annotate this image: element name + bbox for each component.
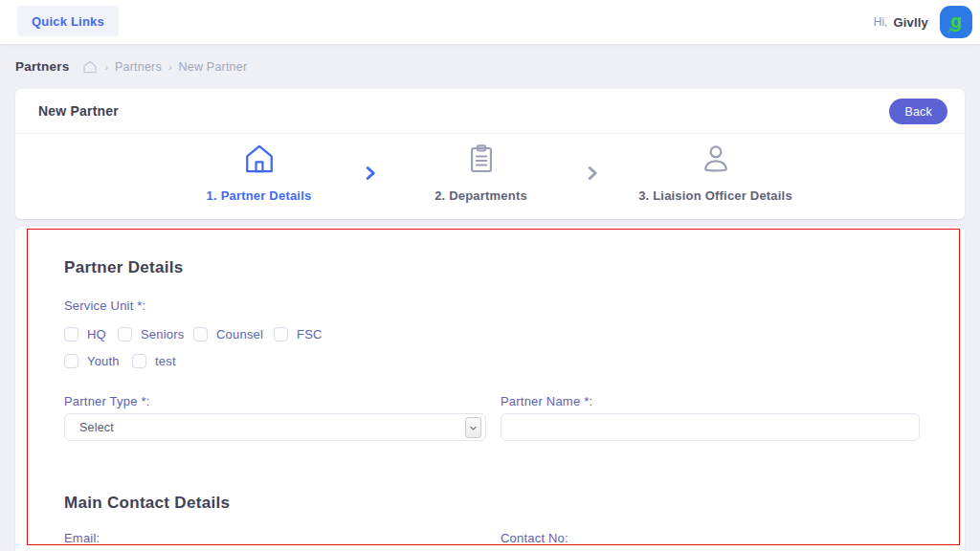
chevron-right-icon — [360, 163, 381, 187]
greeting-text: Hi, — [874, 15, 888, 29]
section-title-main-contact-details: Main Contact Details — [64, 494, 230, 513]
checkbox-fsc[interactable]: FSC — [274, 327, 323, 342]
breadcrumb-separator: › — [168, 61, 172, 73]
user-area: Hi, Givlly g ↗ — [874, 0, 972, 44]
checkbox-test[interactable]: test — [132, 354, 176, 368]
checkbox-box[interactable] — [274, 327, 288, 342]
clipboard-icon — [465, 163, 498, 179]
checkbox-box[interactable] — [64, 354, 78, 368]
card-title-row: New Partner Back — [15, 89, 965, 134]
partner-name-label: Partner Name *: — [501, 394, 592, 408]
checkbox-label: Youth — [87, 354, 120, 368]
top-bar: Quick Links Hi, Givlly g ↗ — [0, 0, 980, 44]
breadcrumb-page-title: Partners — [15, 59, 69, 74]
checkbox-hq[interactable]: HQ — [64, 327, 106, 342]
checkbox-label: HQ — [87, 327, 106, 342]
step-label: 2. Departments — [392, 188, 569, 203]
app-root: Quick Links Hi, Givlly g ↗ Partners › Pa… — [0, 0, 980, 551]
checkbox-label: Seniors — [141, 327, 184, 342]
checkbox-box[interactable] — [118, 327, 132, 342]
chevron-right-icon — [582, 163, 603, 187]
checkbox-label: FSC — [297, 327, 323, 342]
service-unit-label: Service Unit *: — [64, 298, 145, 313]
email-label: Email: — [64, 531, 100, 545]
checkbox-counsel[interactable]: Counsel — [193, 327, 263, 342]
checkbox-box[interactable] — [132, 354, 146, 368]
brand-logo-arrow-icon: ↗ — [946, 26, 953, 35]
home-icon — [242, 163, 277, 179]
breadcrumb-separator: › — [104, 61, 108, 73]
avatar[interactable]: g ↗ — [940, 6, 972, 38]
checkbox-youth[interactable]: Youth — [64, 354, 120, 368]
checkbox-label: test — [155, 354, 176, 368]
step-liaision-officer-details[interactable]: 3. Liaision Officer Details — [622, 142, 809, 203]
step-label: 1. Partner Details — [170, 188, 347, 203]
partner-type-label: Partner Type *: — [64, 394, 149, 408]
back-button[interactable]: Back — [889, 99, 947, 124]
breadcrumb-item-partners[interactable]: Partners — [115, 60, 162, 74]
quick-links-button[interactable]: Quick Links — [17, 6, 119, 36]
username-text: Givlly — [893, 15, 928, 30]
step-departments[interactable]: 2. Departments — [392, 142, 569, 203]
step-label: 3. Liaision Officer Details — [622, 188, 809, 203]
checkbox-box[interactable] — [64, 327, 78, 342]
breadcrumb: Partners › Partners › New Partner — [0, 44, 980, 89]
chevron-down-icon[interactable] — [465, 417, 481, 438]
home-icon[interactable] — [82, 59, 98, 75]
checkbox-label: Counsel — [216, 327, 263, 342]
page-title: New Partner — [38, 103, 119, 119]
person-icon — [699, 163, 733, 179]
step-partner-details[interactable]: 1. Partner Details — [170, 142, 347, 203]
partner-type-select[interactable]: Select — [64, 413, 486, 441]
contact-no-label: Contact No: — [501, 531, 568, 545]
partner-type-selected-value: Select — [79, 421, 114, 434]
breadcrumb-item-new-partner[interactable]: New Partner — [179, 60, 248, 74]
partner-name-input[interactable] — [501, 413, 920, 441]
checkbox-seniors[interactable]: Seniors — [118, 327, 184, 342]
section-title-partner-details: Partner Details — [64, 258, 184, 277]
checkbox-box[interactable] — [193, 327, 208, 342]
